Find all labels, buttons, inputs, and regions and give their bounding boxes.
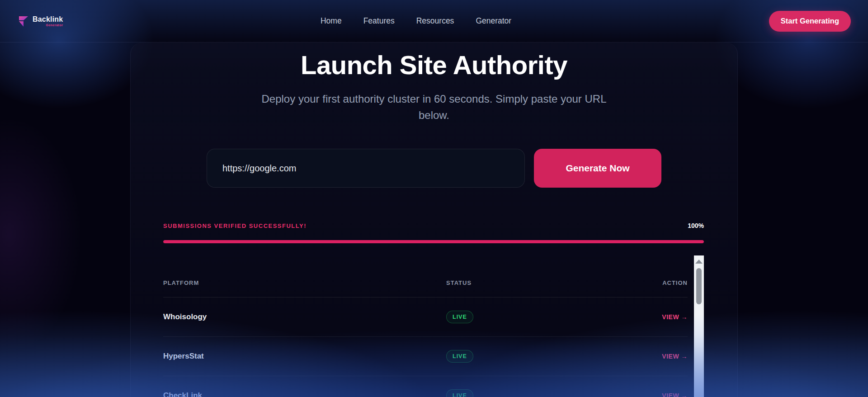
backlink-logo-icon [18,15,29,27]
scrollbar-thumb[interactable] [696,268,702,304]
table-content: PLATFORM STATUS ACTION Whoisology LIVE V… [163,255,688,397]
table-header-row: PLATFORM STATUS ACTION [163,255,688,298]
progress-bar-fill [163,240,704,243]
top-nav-bar: Backlink Generator Home Features Resourc… [0,0,868,43]
platform-name: Whoisology [163,312,446,321]
status-badge: LIVE [446,311,473,323]
nav-item[interactable]: Generator [476,16,511,26]
start-generating-button[interactable]: Start Generating [769,11,851,32]
view-link[interactable]: VIEW → [662,313,688,321]
main-nav: Home Features Resources Generator [63,16,769,26]
results-section: SUBMISSIONS VERIFIED SUCCESSFULLY! 100% … [131,222,737,397]
column-header-action: ACTION [662,279,688,286]
table-row: HypersStat LIVE VIEW → [163,337,688,376]
view-link[interactable]: VIEW → [662,392,688,397]
main-panel: Launch Site Authority Deploy your first … [130,43,738,397]
url-input[interactable] [207,149,525,188]
column-header-status: STATUS [446,279,662,286]
status-badge: LIVE [446,389,473,397]
table-row: CheckLink LIVE VIEW → [163,376,688,397]
table-row: Whoisology LIVE VIEW → [163,298,688,337]
nav-item[interactable]: Resources [416,16,454,26]
platform-name: CheckLink [163,391,446,397]
results-table: PLATFORM STATUS ACTION Whoisology LIVE V… [163,255,704,397]
brand-name: Backlink [33,15,63,23]
nav-item[interactable]: Features [363,16,395,26]
hero-subtitle: Deploy your first authority cluster in 6… [260,91,608,123]
progress-percent: 100% [688,222,704,229]
platform-name: HypersStat [163,352,446,361]
table-scrollbar[interactable] [694,255,704,397]
brand-subtitle: Generator [33,24,63,27]
brand-logo[interactable]: Backlink Generator [18,15,63,27]
url-form: Generate Now [131,149,737,188]
view-link[interactable]: VIEW → [662,353,688,360]
nav-item[interactable]: Home [321,16,342,26]
page-title: Launch Site Authority [131,43,737,80]
column-header-platform: PLATFORM [163,279,446,286]
table-rows: Whoisology LIVE VIEW → HypersStat LIVE V… [163,298,688,397]
generate-now-button[interactable]: Generate Now [534,149,661,188]
progress-status-label: SUBMISSIONS VERIFIED SUCCESSFULLY! [163,222,307,229]
progress-header: SUBMISSIONS VERIFIED SUCCESSFULLY! 100% [163,222,704,229]
progress-bar [163,240,704,243]
scroll-up-arrow-icon[interactable] [695,260,703,264]
status-badge: LIVE [446,350,473,363]
left-glow [0,118,81,353]
